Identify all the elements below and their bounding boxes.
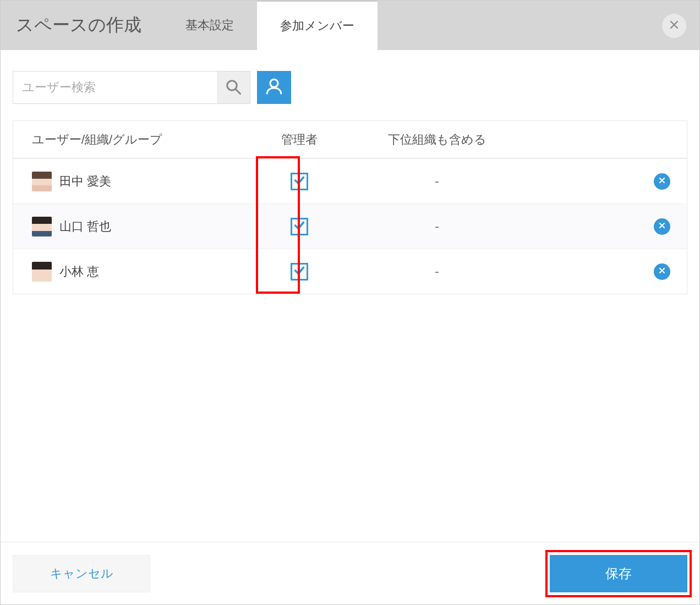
person-icon [265, 77, 283, 98]
th-admin: 管理者 [281, 131, 318, 148]
svg-point-2 [270, 79, 278, 87]
avatar [32, 217, 52, 237]
include-sub-cell: - [435, 265, 439, 279]
avatar [32, 172, 52, 191]
create-space-dialog: スペースの作成 基本設定 参加メンバー [1, 1, 699, 604]
user-name: 山口 哲也 [59, 218, 111, 235]
table-row: 田中 愛美 - [13, 158, 687, 204]
close-button[interactable] [662, 14, 686, 38]
x-icon [658, 222, 666, 232]
close-icon [669, 20, 679, 32]
include-sub-cell: - [435, 174, 439, 189]
search-combo [13, 71, 250, 104]
search-input[interactable] [13, 72, 217, 103]
dialog-header: スペースの作成 基本設定 参加メンバー [1, 1, 699, 50]
table-row: 小林 恵 - [13, 249, 687, 294]
tab-basic-settings[interactable]: 基本設定 [162, 1, 257, 50]
th-include-sub: 下位組織も含める [388, 131, 486, 148]
include-sub-cell: - [435, 219, 439, 234]
th-user: ユーザー/組織/グループ [32, 131, 162, 148]
admin-checkbox[interactable] [291, 173, 308, 190]
user-name: 小林 恵 [59, 263, 99, 280]
checkmark-icon [293, 265, 305, 279]
user-name: 田中 愛美 [59, 173, 111, 190]
avatar [32, 262, 52, 282]
x-icon [658, 267, 666, 277]
table-header: ユーザー/組織/グループ 管理者 下位組織も含める [13, 121, 687, 158]
save-button[interactable]: 保存 [550, 555, 687, 592]
member-table: ユーザー/組織/グループ 管理者 下位組織も含める 田中 愛美 - [13, 120, 687, 294]
cancel-button[interactable]: キャンセル [13, 555, 150, 592]
remove-button[interactable] [654, 173, 670, 190]
remove-button[interactable] [654, 263, 670, 280]
checkmark-icon [293, 219, 305, 234]
admin-checkbox[interactable] [291, 218, 308, 235]
search-icon [225, 79, 242, 97]
dialog-title: スペースの作成 [1, 1, 157, 50]
tab-members[interactable]: 参加メンバー [257, 1, 378, 50]
tab-bar: 基本設定 参加メンバー [162, 1, 378, 50]
remove-button[interactable] [654, 218, 670, 235]
table-row: 山口 哲也 - [13, 204, 687, 249]
dialog-footer: キャンセル 保存 [1, 542, 699, 604]
admin-checkbox[interactable] [291, 263, 308, 280]
search-row [13, 71, 687, 104]
x-icon [658, 177, 666, 186]
dialog-body: ユーザー/組織/グループ 管理者 下位組織も含める 田中 愛美 - [1, 50, 699, 542]
svg-line-1 [236, 89, 240, 94]
checkmark-icon [293, 174, 305, 189]
user-picker-button[interactable] [257, 71, 291, 104]
search-button[interactable] [217, 72, 250, 103]
